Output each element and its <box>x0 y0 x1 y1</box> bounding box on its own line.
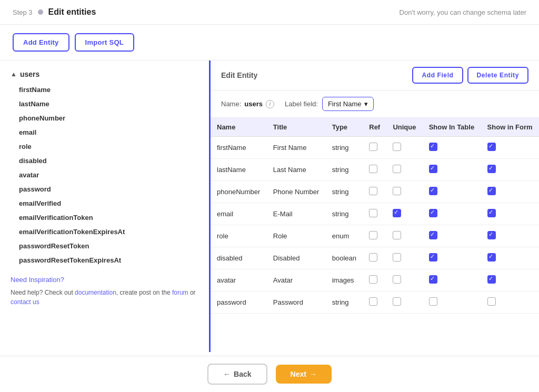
cell-show-table[interactable] <box>423 225 481 247</box>
cell-ref[interactable] <box>363 137 386 159</box>
cell-show-table[interactable] <box>423 247 481 269</box>
entity-users[interactable]: ▲ users <box>0 66 209 83</box>
cell-show-table-checkbox[interactable] <box>429 165 437 173</box>
cell-show-form-checkbox[interactable] <box>487 231 496 239</box>
sidebar-field-item[interactable]: avatar <box>0 168 209 182</box>
cell-show-table[interactable] <box>423 292 481 314</box>
cell-show-table[interactable] <box>423 159 481 181</box>
cell-show-form-checkbox[interactable] <box>487 253 496 262</box>
sidebar-field-item[interactable]: email <box>0 125 209 139</box>
table-row: lastNameLast Namestring <box>211 159 539 181</box>
cell-show-table-checkbox[interactable] <box>429 253 437 262</box>
cell-ref-checkbox[interactable] <box>369 275 377 284</box>
cell-show-form[interactable] <box>481 159 539 181</box>
cell-ref[interactable] <box>363 292 386 314</box>
table-body: firstNameFirst NamestringlastNameLast Na… <box>211 137 539 314</box>
cell-name: email <box>211 203 267 225</box>
cell-show-form-checkbox[interactable] <box>487 209 496 217</box>
cell-unique-checkbox[interactable] <box>393 253 401 262</box>
cell-unique[interactable] <box>386 247 422 269</box>
label-field-select[interactable]: First Name ▾ <box>322 97 374 111</box>
cell-show-form-checkbox[interactable] <box>487 187 496 195</box>
cell-ref-checkbox[interactable] <box>369 165 377 173</box>
cell-ref[interactable] <box>363 225 386 247</box>
cell-show-table-checkbox[interactable] <box>429 275 437 284</box>
cell-show-form[interactable] <box>481 292 539 314</box>
cell-show-table-checkbox[interactable] <box>429 209 437 217</box>
sidebar-field-item[interactable]: firstName <box>0 83 209 97</box>
sidebar-field-item[interactable]: emailVerificationTokenExpiresAt <box>0 225 209 239</box>
back-button[interactable]: ← Back <box>207 364 267 385</box>
cell-ref-checkbox[interactable] <box>369 231 377 239</box>
cell-unique-checkbox[interactable] <box>393 187 401 195</box>
cell-unique-checkbox[interactable] <box>393 275 401 284</box>
cell-unique-checkbox[interactable] <box>393 297 401 306</box>
cell-show-form[interactable] <box>481 247 539 269</box>
cell-show-table[interactable] <box>423 181 481 203</box>
cell-type: images <box>326 269 363 292</box>
import-sql-button[interactable]: Import SQL <box>75 33 134 52</box>
cell-unique[interactable] <box>386 137 422 159</box>
cell-ref-checkbox[interactable] <box>369 187 377 195</box>
cell-unique-checkbox[interactable] <box>393 231 401 239</box>
cell-ref-checkbox[interactable] <box>369 253 377 262</box>
docs-link[interactable]: documentation <box>75 289 116 296</box>
cell-show-table-checkbox[interactable] <box>429 187 437 195</box>
cell-unique[interactable] <box>386 292 422 314</box>
sidebar-field-item[interactable]: passwordResetToken <box>0 239 209 253</box>
cell-show-form[interactable] <box>481 225 539 247</box>
cell-unique-checkbox[interactable] <box>393 143 401 151</box>
cell-ref-checkbox[interactable] <box>369 143 377 151</box>
toolbar: Add Entity Import SQL <box>0 25 539 60</box>
add-field-button[interactable]: Add Field <box>412 67 463 84</box>
cell-show-table[interactable] <box>423 203 481 225</box>
cell-unique[interactable] <box>386 203 422 225</box>
cell-show-form-checkbox[interactable] <box>487 165 496 173</box>
cell-show-table-checkbox[interactable] <box>429 297 437 306</box>
add-entity-button[interactable]: Add Entity <box>13 33 69 52</box>
cell-ref-checkbox[interactable] <box>369 297 377 306</box>
cell-unique-checkbox[interactable] <box>393 165 401 173</box>
cell-show-form-checkbox[interactable] <box>487 275 496 284</box>
sidebar-field-item[interactable]: passwordResetTokenExpiresAt <box>0 253 209 267</box>
cell-ref-checkbox[interactable] <box>369 209 377 217</box>
cell-show-form-checkbox[interactable] <box>487 297 496 306</box>
next-button[interactable]: Next → <box>276 365 332 384</box>
cell-ref[interactable] <box>363 203 386 225</box>
cell-unique-checkbox[interactable] <box>393 209 401 217</box>
sidebar-field-item[interactable]: emailVerified <box>0 196 209 210</box>
sidebar-field-item[interactable]: role <box>0 139 209 154</box>
contact-link[interactable]: contact us <box>11 298 39 306</box>
sidebar-field-item[interactable]: lastName <box>0 97 209 111</box>
cell-show-table[interactable] <box>423 269 481 292</box>
entity-name-value: users <box>244 100 263 108</box>
cell-name: firstName <box>211 137 267 159</box>
sidebar-field-item[interactable]: emailVerificationToken <box>0 210 209 225</box>
cell-show-form[interactable] <box>481 137 539 159</box>
cell-show-form-checkbox[interactable] <box>487 143 496 151</box>
cell-ref[interactable] <box>363 247 386 269</box>
sidebar-field-item[interactable]: password <box>0 182 209 196</box>
cell-show-form[interactable] <box>481 269 539 292</box>
cell-unique[interactable] <box>386 269 422 292</box>
cell-show-table-checkbox[interactable] <box>429 143 437 151</box>
cell-show-form[interactable] <box>481 203 539 225</box>
sidebar-field-item[interactable]: phoneNumber <box>0 111 209 125</box>
sidebar-field-item[interactable]: disabled <box>0 154 209 168</box>
delete-entity-button[interactable]: Delete Entity <box>467 67 529 84</box>
cell-show-form[interactable] <box>481 181 539 203</box>
col-unique: Unique <box>386 118 422 137</box>
cell-ref[interactable] <box>363 181 386 203</box>
col-type: Type <box>326 118 363 137</box>
forum-link[interactable]: forum <box>172 289 188 296</box>
cell-ref[interactable] <box>363 159 386 181</box>
inspiration-link[interactable]: Need Inspiration? <box>0 267 209 286</box>
cell-show-table[interactable] <box>423 137 481 159</box>
cell-show-table-checkbox[interactable] <box>429 231 437 239</box>
cell-unique[interactable] <box>386 225 422 247</box>
cell-type: enum <box>326 225 363 247</box>
cell-unique[interactable] <box>386 181 422 203</box>
main-layout: ▲ users firstNamelastNamephoneNumberemai… <box>0 60 539 352</box>
cell-unique[interactable] <box>386 159 422 181</box>
cell-ref[interactable] <box>363 269 386 292</box>
